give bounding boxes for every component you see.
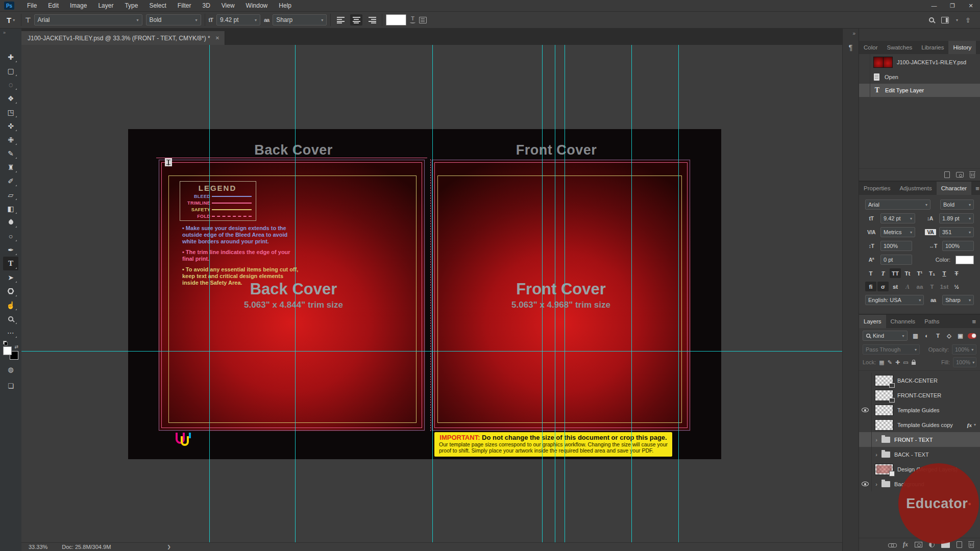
discretionary-ligatures-button[interactable]: st <box>890 282 901 291</box>
char-baseline-field[interactable]: 0 pt <box>880 255 912 265</box>
eraser-tool[interactable]: ▱ <box>3 188 18 202</box>
faux-bold-button[interactable]: T <box>865 268 876 278</box>
layer-row-template-guides[interactable]: Template Guides <box>859 403 980 417</box>
visibility-toggle[interactable] <box>859 388 872 403</box>
document-tab[interactable]: J100-JACKETv1-RILEY.psd @ 33.3% (FRONT -… <box>21 31 225 45</box>
layer-row-back-center[interactable]: BACK-CENTER <box>859 373 980 388</box>
pen-tool[interactable]: ✒ <box>3 243 18 257</box>
tab-history[interactable]: History <box>948 41 976 54</box>
canvas-area[interactable]: Back Cover Front Cover <box>21 45 842 542</box>
visibility-toggle[interactable] <box>859 403 872 417</box>
subscript-button[interactable]: T₁ <box>926 268 938 278</box>
text-orientation-icon[interactable]: ⊤ <box>25 16 30 24</box>
font-style-select[interactable]: Bold ▾ <box>146 14 201 26</box>
history-entry-edit-type-layer[interactable]: T Edit Type Layer <box>859 84 980 97</box>
lock-position-icon[interactable]: ✚ <box>895 359 900 366</box>
move-tool[interactable]: ✚ <box>3 50 18 64</box>
toolbar-collapse-icon[interactable]: » <box>0 29 9 37</box>
eyedropper-tool[interactable]: ✜ <box>3 119 18 133</box>
char-font-family-select[interactable]: Arial▾ <box>865 199 930 210</box>
align-left-button[interactable] <box>334 14 347 26</box>
visibility-toggle[interactable] <box>859 447 872 462</box>
char-horizontal-scale-field[interactable]: 100% <box>942 241 974 251</box>
expand-panels-icon[interactable]: » <box>852 29 859 38</box>
superscript-button[interactable]: T¹ <box>914 268 925 278</box>
shape-tool[interactable] <box>3 284 18 298</box>
tab-color[interactable]: Color <box>859 41 882 54</box>
char-kerning-select[interactable]: Metrics▾ <box>880 227 915 237</box>
close-button[interactable]: ✕ <box>962 0 980 11</box>
rectangular-marquee-tool[interactable]: ▢ <box>3 64 18 78</box>
default-colors-icon[interactable] <box>3 341 8 345</box>
tab-swatches[interactable]: Swatches <box>882 41 917 54</box>
new-document-from-state-icon[interactable] <box>944 171 950 178</box>
gradient-tool[interactable]: ◧ <box>3 202 18 215</box>
faux-italic-button[interactable]: T <box>877 268 889 278</box>
swap-colors-icon[interactable]: ⇄ <box>14 344 18 349</box>
layer-effects[interactable]: fx▾ <box>967 422 980 428</box>
titling-alternates-button[interactable]: T <box>926 282 938 291</box>
hand-tool[interactable]: ☝ <box>3 298 18 312</box>
tab-paths[interactable]: Paths <box>920 315 944 328</box>
char-anti-alias-select[interactable]: Sharp▾ <box>942 295 974 305</box>
filter-shape-layers-button[interactable]: ◇ <box>944 331 954 341</box>
visibility-toggle[interactable] <box>859 477 872 491</box>
filter-pixel-layers-button[interactable]: ▥ <box>911 331 921 341</box>
fill-field[interactable]: 100%▾ <box>953 357 976 367</box>
group-chevron-icon[interactable]: › <box>873 481 880 487</box>
menu-view[interactable]: View <box>216 0 240 11</box>
font-size-select[interactable]: 9.42 pt ▾ <box>216 14 260 26</box>
add-mask-icon[interactable] <box>915 542 922 547</box>
align-right-button[interactable] <box>366 14 378 26</box>
delete-state-icon[interactable] <box>970 172 975 178</box>
layer-thumbnail[interactable] <box>875 464 893 475</box>
group-chevron-icon[interactable]: › <box>873 437 880 443</box>
menu-image[interactable]: Image <box>64 0 92 11</box>
tab-channels[interactable]: Channels <box>886 315 920 328</box>
layer-thumbnail[interactable] <box>875 419 893 431</box>
swash-button[interactable]: A <box>902 282 913 291</box>
layer-row-back-text[interactable]: › BACK - TEXT <box>859 447 980 462</box>
menu-select[interactable]: Select <box>143 0 172 11</box>
document[interactable]: Back Cover Front Cover <box>128 129 721 459</box>
stylistic-alternates-button[interactable]: aa <box>914 282 925 291</box>
char-vertical-scale-field[interactable]: 100% <box>880 241 912 251</box>
layer-row-front-text[interactable]: › FRONT - TEXT <box>859 432 980 447</box>
blend-mode-select[interactable]: Pass Through▾ <box>863 344 920 355</box>
visibility-toggle[interactable] <box>859 462 872 477</box>
menu-3d[interactable]: 3D <box>197 0 215 11</box>
strikethrough-button[interactable]: T <box>951 268 962 278</box>
contextual-alternates-button[interactable]: σ <box>877 282 889 291</box>
char-font-style-select[interactable]: Bold▾ <box>940 199 974 210</box>
dodge-tool[interactable]: ○ <box>3 229 18 243</box>
path-selection-tool[interactable]: ➤ <box>3 270 18 284</box>
language-select[interactable]: English: USA▾ <box>865 295 924 305</box>
panel-menu-icon[interactable]: ≡ <box>968 315 980 328</box>
char-leading-select[interactable]: 1.89 pt▾ <box>939 213 974 223</box>
layer-row-template-guides-copy[interactable]: Template Guides copy fx▾ <box>859 417 980 432</box>
search-icon[interactable] <box>929 17 934 22</box>
link-layers-icon[interactable] <box>888 542 896 547</box>
new-layer-icon[interactable] <box>957 541 962 548</box>
filter-smart-objects-button[interactable]: ▣ <box>955 331 966 341</box>
menu-file[interactable]: File <box>21 0 42 11</box>
menu-type[interactable]: Type <box>119 0 143 11</box>
minimize-button[interactable]: — <box>925 0 943 11</box>
crop-tool[interactable]: ◳ <box>3 105 18 119</box>
menu-filter[interactable]: Filter <box>172 0 197 11</box>
char-tracking-select[interactable]: 351▾ <box>939 227 974 237</box>
underline-button[interactable]: T <box>939 268 950 278</box>
visibility-toggle[interactable] <box>859 417 872 432</box>
opacity-field[interactable]: 100%▾ <box>952 344 976 355</box>
lock-all-icon[interactable] <box>912 362 916 365</box>
layer-thumbnail[interactable] <box>875 390 893 401</box>
lock-artboard-icon[interactable]: ▭ <box>903 359 908 366</box>
type-tool[interactable]: T <box>3 257 18 270</box>
filter-adjustment-layers-button[interactable]: ◐ <box>922 331 932 341</box>
clone-stamp-tool[interactable]: ♜ <box>3 160 18 174</box>
delete-layer-icon[interactable] <box>969 542 974 548</box>
layer-row-front-center[interactable]: FRONT-CENTER <box>859 388 980 403</box>
fractions-button[interactable]: ½ <box>951 282 962 291</box>
tab-adjustments[interactable]: Adjustments <box>895 182 936 195</box>
brush-tool[interactable]: ✎ <box>3 146 18 160</box>
